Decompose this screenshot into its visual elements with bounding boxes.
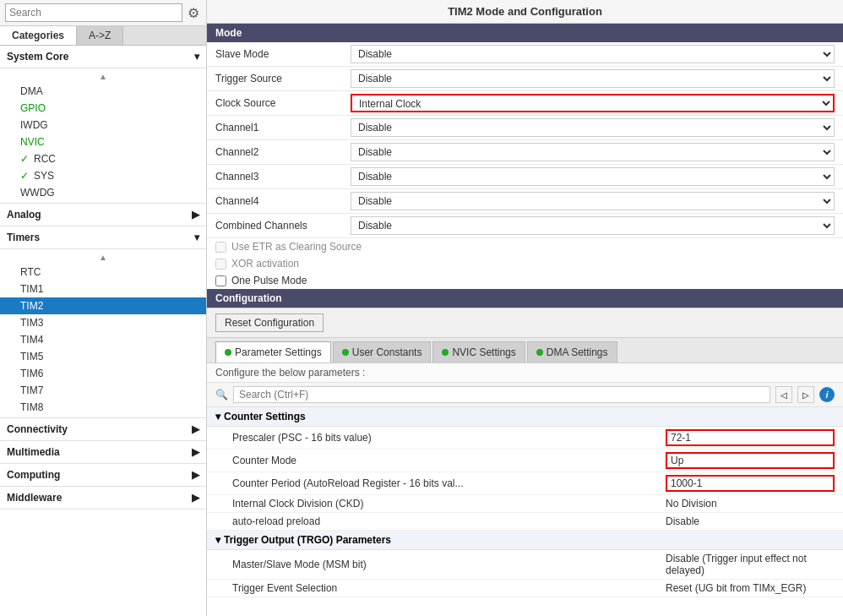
channel3-select[interactable]: Disable (351, 167, 835, 186)
reset-configuration-button[interactable]: Reset Configuration (215, 313, 324, 332)
sidebar-item-tim1[interactable]: TIM1 (0, 281, 206, 297)
counter-period-param-name: Counter Period (AutoReload Register - 16… (232, 477, 666, 489)
clock-source-select[interactable]: Internal Clock (351, 94, 835, 112)
search-prev-button[interactable]: ◁ (775, 386, 792, 403)
slave-mode-select[interactable]: Disable (351, 45, 835, 63)
param-settings-status-dot (225, 349, 231, 356)
sidebar-item-tim8[interactable]: TIM8 (0, 399, 206, 416)
search-icon: 🔍 (215, 389, 228, 401)
user-constants-status-dot (342, 349, 349, 356)
search-next-button[interactable]: ▷ (797, 386, 814, 403)
system-core-items: ▲ DMA GPIO IWDG NVIC ✓ RCC ✓ SYS WWDG (0, 68, 206, 204)
one-pulse-checkbox[interactable] (215, 275, 226, 286)
etr-checkbox[interactable] (215, 242, 226, 253)
sidebar-item-dma[interactable]: DMA (0, 83, 206, 100)
xor-checkbox-row: XOR activation (207, 255, 843, 272)
channel1-select[interactable]: Disable (351, 118, 835, 137)
combined-channels-row: Combined Channels Disable (207, 214, 843, 238)
tab-parameter-settings[interactable]: Parameter Settings (215, 341, 331, 363)
tab-atoz[interactable]: A->Z (77, 26, 123, 45)
etr-checkbox-row: Use ETR as Clearing Source (207, 238, 843, 255)
clock-source-row: Clock Source Internal Clock (207, 91, 843, 116)
channel4-select[interactable]: Disable (351, 192, 835, 210)
channel2-select[interactable]: Disable (351, 143, 835, 161)
sidebar-item-nvic[interactable]: NVIC (0, 134, 206, 150)
sidebar-item-tim6[interactable]: TIM6 (0, 365, 206, 382)
search-input[interactable] (5, 3, 182, 22)
sidebar-item-tim5[interactable]: TIM5 (0, 348, 206, 365)
clock-source-label: Clock Source (215, 97, 351, 109)
one-pulse-checkbox-row: One Pulse Mode (207, 272, 843, 289)
section-middleware[interactable]: Middleware ▶ (0, 487, 206, 510)
trigger-event-selection-param-value: Reset (UG bit from TIMx_EGR) (666, 582, 835, 594)
channel1-row: Channel1 Disable (207, 116, 843, 140)
section-timers[interactable]: Timers ▾ (0, 226, 206, 249)
chevron-down-icon-trgo: ▾ (215, 534, 220, 546)
internal-clock-division-param-value: No Division (666, 498, 835, 510)
xor-checkbox[interactable] (215, 259, 226, 270)
mode-title-bar: Mode (207, 24, 843, 42)
channel4-row: Channel4 Disable (207, 189, 843, 214)
master-slave-mode-row: Master/Slave Mode (MSM bit) Disable (Tri… (207, 550, 843, 580)
config-section: Configuration Reset Configuration Parame… (207, 289, 843, 616)
channel3-row: Channel3 Disable (207, 165, 843, 189)
counter-mode-param-value: Up (666, 452, 835, 469)
prescaler-param-value: 72-1 (666, 429, 835, 446)
timers-items: ▲ RTC TIM1 TIM2 TIM3 TIM4 TIM5 TIM6 (0, 249, 206, 418)
channel3-label: Channel3 (215, 171, 351, 183)
prescaler-row: Prescaler (PSC - 16 bits value) 72-1 (207, 427, 843, 450)
sidebar-content: System Core ▾ ▲ DMA GPIO IWDG NVIC ✓ RCC… (0, 46, 206, 616)
sidebar-item-gpio[interactable]: GPIO (0, 100, 206, 117)
trigger-output-group-header[interactable]: ▾ Trigger Output (TRGO) Parameters (207, 531, 843, 550)
channel2-label: Channel2 (215, 146, 351, 158)
param-settings-label: Parameter Settings (235, 346, 322, 358)
sidebar-tabs: Categories A->Z (0, 26, 206, 46)
tab-nvic-settings[interactable]: NVIC Settings (432, 341, 525, 363)
auto-reload-preload-row: auto-reload preload Disable (207, 513, 843, 531)
counter-mode-param-name: Counter Mode (232, 455, 666, 466)
gear-icon[interactable]: ⚙ (186, 5, 201, 21)
main-content: TIM2 Mode and Configuration Mode Slave M… (207, 0, 843, 616)
counter-period-param-value: 1000-1 (666, 475, 835, 492)
sidebar-item-rtc[interactable]: RTC (0, 264, 206, 281)
sidebar-item-rcc[interactable]: ✓ RCC (0, 150, 206, 167)
scroll-up-arrow-timers[interactable]: ▲ (0, 251, 206, 264)
prescaler-param-name: Prescaler (PSC - 16 bits value) (232, 432, 666, 444)
sidebar-item-iwdg[interactable]: IWDG (0, 117, 206, 134)
trigger-event-selection-param-name: Trigger Event Selection (232, 582, 666, 594)
trigger-output-label: Trigger Output (TRGO) Parameters (224, 534, 391, 546)
section-computing[interactable]: Computing ▶ (0, 464, 206, 487)
trigger-event-selection-row: Trigger Event Selection Reset (UG bit fr… (207, 580, 843, 597)
sidebar-item-sys[interactable]: ✓ SYS (0, 167, 206, 184)
dma-settings-label: DMA Settings (547, 346, 608, 358)
tab-dma-settings[interactable]: DMA Settings (527, 341, 617, 363)
combined-channels-label: Combined Channels (215, 220, 351, 232)
chevron-down-icon: ▾ (215, 411, 220, 422)
config-tabs-bar: Parameter Settings User Constants NVIC S… (207, 338, 843, 363)
counter-settings-group-header[interactable]: ▾ Counter Settings (207, 407, 843, 427)
tab-user-constants[interactable]: User Constants (333, 341, 432, 363)
mode-section: Mode Slave Mode Disable Trigger Source D… (207, 24, 843, 289)
combined-channels-select[interactable]: Disable (351, 216, 835, 235)
tab-categories[interactable]: Categories (0, 26, 77, 45)
sidebar-item-tim2[interactable]: TIM2 (0, 297, 206, 314)
page-title: TIM2 Mode and Configuration (207, 0, 843, 24)
sidebar-item-tim4[interactable]: TIM4 (0, 331, 206, 348)
slave-mode-label: Slave Mode (215, 48, 351, 60)
section-analog[interactable]: Analog ▶ (0, 204, 206, 226)
params-area: Configure the below parameters : 🔍 ◁ ▷ i… (207, 363, 843, 616)
sidebar-item-wwdg[interactable]: WWDG (0, 184, 206, 201)
section-multimedia[interactable]: Multimedia ▶ (0, 441, 206, 464)
params-search-input[interactable] (233, 386, 770, 403)
section-system-core[interactable]: System Core ▾ (0, 46, 206, 68)
scroll-up-arrow[interactable]: ▲ (0, 70, 206, 83)
sidebar-item-tim7[interactable]: TIM7 (0, 382, 206, 399)
dma-settings-status-dot (536, 349, 543, 356)
channel1-label: Channel1 (215, 122, 351, 134)
sidebar-item-tim3[interactable]: TIM3 (0, 314, 206, 331)
info-button[interactable]: i (819, 387, 835, 402)
params-header-text: Configure the below parameters : (207, 363, 843, 383)
section-connectivity[interactable]: Connectivity ▶ (0, 418, 206, 441)
nvic-settings-status-dot (442, 349, 449, 356)
trigger-source-select[interactable]: Disable (351, 69, 835, 88)
